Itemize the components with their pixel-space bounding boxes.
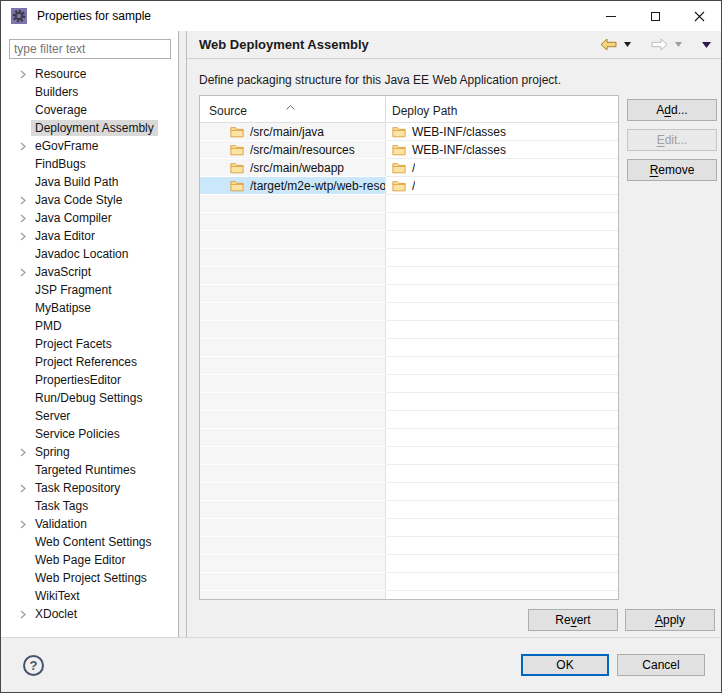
- forward-arrow-icon[interactable]: [651, 38, 668, 51]
- panel-sash[interactable]: [179, 31, 186, 637]
- chevron-right-icon[interactable]: [15, 70, 31, 79]
- deploy-path-cell[interactable]: /: [386, 159, 618, 177]
- sidebar-item-deployment-assembly[interactable]: Deployment Assembly: [1, 119, 178, 137]
- sidebar-item-javadoc-location[interactable]: Javadoc Location: [1, 245, 178, 263]
- deploy-path-cell[interactable]: WEB-INF/classes: [386, 123, 618, 141]
- close-button[interactable]: [677, 1, 721, 31]
- sidebar-item-label: Java Editor: [31, 228, 99, 244]
- maximize-icon: [651, 12, 660, 21]
- sidebar-item-task-tags[interactable]: Task Tags: [1, 497, 178, 515]
- edit-button[interactable]: Edit...: [627, 129, 717, 151]
- back-arrow-icon[interactable]: [600, 38, 617, 51]
- sidebar-item-pmd[interactable]: PMD: [1, 317, 178, 335]
- add-button[interactable]: Add...: [627, 99, 717, 121]
- sidebar-item-web-project-settings[interactable]: Web Project Settings: [1, 569, 178, 587]
- table-row-empty: [200, 519, 618, 537]
- folder-icon: [392, 126, 406, 138]
- deploy-path-cell-empty: [386, 231, 618, 249]
- sidebar-item-project-references[interactable]: Project References: [1, 353, 178, 371]
- chevron-right-icon[interactable]: [15, 196, 31, 205]
- sidebar-item-java-build-path[interactable]: Java Build Path: [1, 173, 178, 191]
- sidebar-item-label: Web Project Settings: [31, 570, 151, 586]
- sidebar-item-coverage[interactable]: Coverage: [1, 101, 178, 119]
- forward-history-dropdown-icon[interactable]: [675, 42, 682, 47]
- chevron-right-icon[interactable]: [15, 214, 31, 223]
- table-row[interactable]: /src/main/resources WEB-INF/classes: [200, 141, 618, 159]
- sidebar-item-web-content-settings[interactable]: Web Content Settings: [1, 533, 178, 551]
- sidebar-item-web-page-editor[interactable]: Web Page Editor: [1, 551, 178, 569]
- revert-button[interactable]: Revert: [528, 609, 618, 631]
- titlebar[interactable]: Properties for sample: [1, 1, 721, 31]
- source-cell[interactable]: /src/main/java: [200, 123, 386, 141]
- sidebar-item-label: Service Policies: [31, 426, 124, 442]
- panel-header: Web Deployment Assembly: [187, 31, 721, 59]
- sidebar-item-jsp-fragment[interactable]: JSP Fragment: [1, 281, 178, 299]
- maximize-button[interactable]: [633, 1, 677, 31]
- sidebar-item-java-compiler[interactable]: Java Compiler: [1, 209, 178, 227]
- deploy-path-cell-empty: [386, 501, 618, 519]
- chevron-right-icon[interactable]: [15, 484, 31, 493]
- view-menu-icon[interactable]: [702, 42, 711, 48]
- minimize-button[interactable]: [589, 1, 633, 31]
- deployment-assembly-panel: Web Deployment Assembly Define pac: [186, 31, 721, 637]
- table-row[interactable]: /target/m2e-wtp/web-resources /: [200, 177, 618, 195]
- ok-button[interactable]: OK: [521, 654, 609, 676]
- chevron-right-icon[interactable]: [15, 520, 31, 529]
- sidebar-item-targeted-runtimes[interactable]: Targeted Runtimes: [1, 461, 178, 479]
- deploy-path-cell-empty: [386, 591, 618, 600]
- table-row-empty: [200, 429, 618, 447]
- sidebar-item-wikitext[interactable]: WikiText: [1, 587, 178, 605]
- chevron-right-icon[interactable]: [15, 232, 31, 241]
- sidebar-item-label: Validation: [31, 516, 91, 532]
- sidebar-item-label: Project References: [31, 354, 141, 370]
- sidebar-item-java-editor[interactable]: Java Editor: [1, 227, 178, 245]
- help-icon[interactable]: ?: [23, 655, 44, 676]
- source-cell[interactable]: /src/main/webapp: [200, 159, 386, 177]
- sidebar-item-findbugs[interactable]: FindBugs: [1, 155, 178, 173]
- sidebar-item-egovframe[interactable]: eGovFrame: [1, 137, 178, 155]
- back-history-dropdown-icon[interactable]: [624, 42, 631, 47]
- table-row[interactable]: /src/main/java WEB-INF/classes: [200, 123, 618, 141]
- apply-button[interactable]: Apply: [625, 609, 715, 631]
- sidebar-item-javascript[interactable]: JavaScript: [1, 263, 178, 281]
- folder-icon: [230, 180, 244, 192]
- source-cell-empty: [200, 393, 386, 411]
- sidebar-item-builders[interactable]: Builders: [1, 83, 178, 101]
- sidebar-item-service-policies[interactable]: Service Policies: [1, 425, 178, 443]
- sidebar-item-resource[interactable]: Resource: [1, 65, 178, 83]
- sidebar-item-java-code-style[interactable]: Java Code Style: [1, 191, 178, 209]
- cancel-button[interactable]: Cancel: [617, 654, 705, 676]
- column-header-deploy-path[interactable]: Deploy Path: [386, 96, 618, 122]
- deploy-path-cell[interactable]: WEB-INF/classes: [386, 141, 618, 159]
- sidebar-item-mybatipse[interactable]: MyBatipse: [1, 299, 178, 317]
- deploy-path: WEB-INF/classes: [412, 143, 506, 157]
- source-cell-empty: [200, 519, 386, 537]
- sidebar-item-spring[interactable]: Spring: [1, 443, 178, 461]
- sidebar-item-task-repository[interactable]: Task Repository: [1, 479, 178, 497]
- source-cell[interactable]: /src/main/resources: [200, 141, 386, 159]
- chevron-right-icon[interactable]: [15, 268, 31, 277]
- sidebar-item-label: Deployment Assembly: [31, 120, 158, 136]
- deploy-path-cell[interactable]: /: [386, 177, 618, 195]
- sidebar-item-xdoclet[interactable]: XDoclet: [1, 605, 178, 623]
- table-row-empty: [200, 339, 618, 357]
- sidebar-item-label: Builders: [31, 84, 82, 100]
- sidebar-item-run-debug-settings[interactable]: Run/Debug Settings: [1, 389, 178, 407]
- deploy-path-cell-empty: [386, 249, 618, 267]
- table-row[interactable]: /src/main/webapp /: [200, 159, 618, 177]
- sidebar-item-project-facets[interactable]: Project Facets: [1, 335, 178, 353]
- deploy-path-cell-empty: [386, 321, 618, 339]
- sidebar-item-server[interactable]: Server: [1, 407, 178, 425]
- deploy-path: /: [412, 179, 415, 193]
- sidebar-item-propertieseditor[interactable]: PropertiesEditor: [1, 371, 178, 389]
- sidebar-item-validation[interactable]: Validation: [1, 515, 178, 533]
- chevron-right-icon[interactable]: [15, 610, 31, 619]
- chevron-right-icon[interactable]: [15, 448, 31, 457]
- remove-button[interactable]: Remove: [627, 159, 717, 181]
- deploy-path-cell-empty: [386, 465, 618, 483]
- source-cell[interactable]: /target/m2e-wtp/web-resources: [200, 177, 386, 195]
- properties-dialog: Properties for sample Resource Builders …: [0, 0, 722, 693]
- chevron-right-icon[interactable]: [15, 142, 31, 151]
- filter-input[interactable]: [9, 39, 171, 59]
- sidebar-item-label: Task Tags: [31, 498, 92, 514]
